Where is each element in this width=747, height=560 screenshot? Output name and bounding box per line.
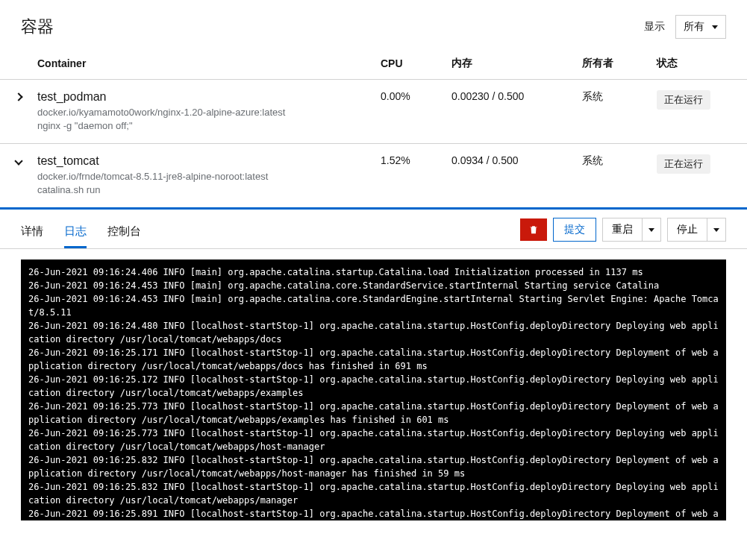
caret-down-icon bbox=[712, 25, 718, 29]
restart-split: 重启 bbox=[602, 218, 661, 242]
table-row: test_tomcat docker.io/frnde/tomcat-8.5.1… bbox=[0, 144, 747, 209]
owner-value: 系统 bbox=[582, 144, 657, 209]
tab-details[interactable]: 详情 bbox=[21, 217, 43, 248]
delete-button[interactable] bbox=[520, 218, 547, 241]
detail-tabs: 详情 日志 控制台 提交 重启 停止 bbox=[0, 210, 747, 249]
chevron-down-icon bbox=[14, 157, 22, 165]
stop-button[interactable]: 停止 bbox=[667, 218, 707, 242]
page-title: 容器 bbox=[21, 16, 54, 38]
container-command: nginx -g "daemon off;" bbox=[37, 120, 381, 131]
col-cpu[interactable]: CPU bbox=[381, 48, 451, 80]
col-owner[interactable]: 所有者 bbox=[582, 48, 657, 80]
expand-toggle[interactable] bbox=[0, 80, 37, 144]
containers-table: Container CPU 内存 所有者 状态 test_podman dock… bbox=[0, 48, 747, 210]
filter-select[interactable]: 所有 bbox=[675, 15, 726, 39]
tabs-actions: 提交 重启 停止 bbox=[520, 218, 726, 248]
status-badge: 正在运行 bbox=[657, 154, 710, 174]
owner-value: 系统 bbox=[582, 80, 657, 144]
status-badge: 正在运行 bbox=[657, 90, 710, 110]
restart-dropdown[interactable] bbox=[643, 218, 661, 242]
tab-console[interactable]: 控制台 bbox=[107, 217, 141, 248]
caret-down-icon bbox=[713, 228, 719, 232]
cpu-value: 1.52% bbox=[381, 144, 451, 209]
memory-value: 0.00230 / 0.500 bbox=[451, 80, 582, 144]
log-output[interactable]: 26-Jun-2021 09:16:24.406 INFO [main] org… bbox=[21, 259, 726, 520]
col-expand bbox=[0, 48, 37, 80]
filter-value: 所有 bbox=[684, 20, 704, 34]
expand-toggle[interactable] bbox=[0, 144, 37, 209]
caret-down-icon bbox=[648, 228, 654, 232]
container-command: catalina.sh run bbox=[37, 184, 381, 195]
restart-button[interactable]: 重启 bbox=[602, 218, 643, 242]
stop-split: 停止 bbox=[667, 218, 726, 242]
container-image: docker.io/kyamamoto0work/nginx-1.20-alpi… bbox=[37, 107, 381, 118]
container-name[interactable]: test_tomcat bbox=[37, 154, 381, 168]
page-header: 容器 显示 所有 bbox=[0, 0, 747, 48]
container-image: docker.io/frnde/tomcat-8.5.11-jre8-alpin… bbox=[37, 171, 381, 182]
col-container[interactable]: Container bbox=[37, 48, 381, 80]
display-label: 显示 bbox=[644, 20, 665, 34]
cpu-value: 0.00% bbox=[381, 80, 451, 144]
commit-button[interactable]: 提交 bbox=[553, 218, 596, 242]
memory-value: 0.0934 / 0.500 bbox=[451, 144, 582, 209]
table-row: test_podman docker.io/kyamamoto0work/ngi… bbox=[0, 80, 747, 144]
chevron-right-icon bbox=[14, 92, 22, 101]
col-memory[interactable]: 内存 bbox=[451, 48, 582, 80]
col-status[interactable]: 状态 bbox=[657, 48, 747, 80]
header-controls: 显示 所有 bbox=[644, 15, 726, 39]
stop-dropdown[interactable] bbox=[707, 218, 726, 242]
container-name[interactable]: test_podman bbox=[37, 90, 381, 104]
trash-icon bbox=[528, 224, 539, 235]
tab-logs[interactable]: 日志 bbox=[64, 217, 87, 248]
tabs-left: 详情 日志 控制台 bbox=[21, 217, 141, 248]
